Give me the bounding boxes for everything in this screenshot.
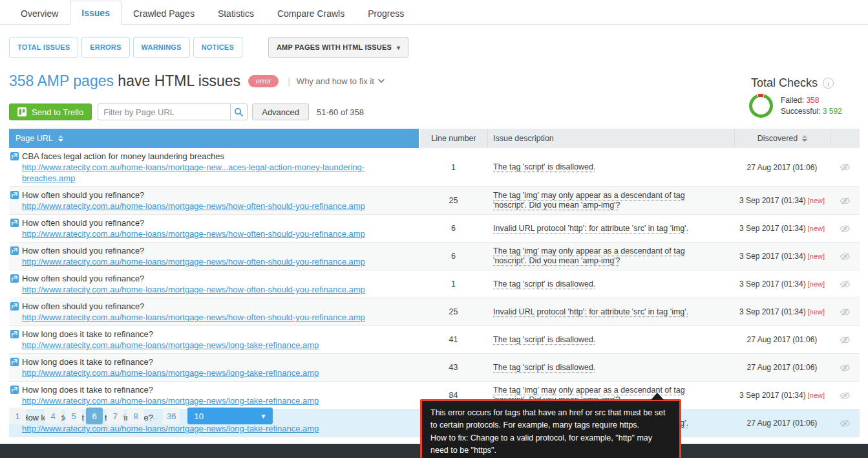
issue-description-cell: Invalid URL protocol 'http': for attribu… [488, 307, 734, 317]
issue-description-link[interactable]: The tag 'img' may only appear as a desce… [493, 191, 685, 210]
page-title-text: How long does it take to refinance? [22, 384, 153, 395]
total-checks-label: Total Checks [751, 76, 818, 90]
eye-off-icon [840, 307, 851, 317]
hide-issue-button[interactable] [840, 391, 851, 400]
page-url-link[interactable]: http://www.ratecity.com.au/home-loans/mo… [22, 256, 365, 267]
page-button-4[interactable]: 4 [45, 408, 61, 424]
hide-issue-button[interactable] [840, 162, 851, 172]
discovered-cell: 27 Aug 2017 (01:06) [734, 363, 830, 372]
discovered-cell: 27 Aug 2017 (01:06) [734, 163, 830, 172]
issue-type-dropdown[interactable]: AMP PAGES WITH HTML ISSUES ▾ [268, 37, 408, 58]
page-button-1[interactable]: 1 [9, 408, 26, 424]
page-size-dropdown[interactable]: 10 ▼ [187, 408, 273, 424]
tab-overview[interactable]: Overview [9, 1, 70, 25]
info-icon[interactable]: i [823, 78, 834, 89]
external-link-icon[interactable] [10, 219, 19, 227]
hide-issue-button[interactable] [840, 335, 851, 345]
hide-issue-button[interactable] [840, 196, 851, 206]
column-header-discovered[interactable]: Discovered [734, 129, 830, 148]
page-title-text: How long does it take to refinance? [22, 329, 153, 340]
title-area: 358 AMP pages have HTML issues error | W… [9, 72, 859, 90]
external-link-icon[interactable] [10, 358, 19, 366]
line-number-cell: 41 [419, 335, 488, 344]
issue-description-cell: The tag 'script' is disallowed. [488, 279, 734, 289]
page-button-7[interactable]: 7 [107, 408, 123, 424]
page-url-link[interactable]: http://www.ratecity.com.au/home-loans/mo… [22, 395, 319, 406]
hide-issue-button[interactable] [840, 252, 851, 261]
table-row[interactable]: CBA faces legal action for money launder… [9, 148, 860, 187]
table-body: CBA faces legal action for money launder… [9, 148, 860, 437]
search-button[interactable] [230, 104, 248, 120]
page-url-link[interactable]: http://www.ratecity.com.au/home-loans/mo… [22, 162, 412, 184]
issue-description-link[interactable]: The tag 'img' may only appear as a desce… [493, 246, 685, 265]
issue-description-link[interactable]: The tag 'script' is disallowed. [493, 279, 595, 289]
tab-issues[interactable]: Issues [70, 1, 122, 25]
filter-button-notices[interactable]: NOTICES [193, 37, 242, 58]
eye-off-icon [840, 252, 851, 261]
why-how-to-fix-link[interactable]: Why and how to fix it [297, 76, 385, 86]
filter-button-errors[interactable]: ERRORS [81, 37, 129, 58]
hide-issue-button[interactable] [840, 419, 851, 428]
page-url-link[interactable]: http://www.ratecity.com.au/home-loans/mo… [22, 423, 319, 434]
line-number-cell: 1 [419, 279, 488, 289]
issue-description-link[interactable]: The tag 'script' is disallowed. [493, 335, 595, 344]
table-row[interactable]: How long does it take to refinance? http… [9, 326, 860, 354]
page-url-link[interactable]: http://www.ratecity.com.au/home-loans/mo… [22, 284, 365, 295]
page-title-text: How long does it take to refinance? [22, 356, 153, 367]
page-button-8[interactable]: 8 [127, 408, 144, 424]
column-header-page-url[interactable]: Page URL [9, 129, 419, 148]
external-link-icon[interactable] [10, 386, 19, 394]
hide-issue-button[interactable] [840, 279, 851, 289]
send-to-trello-button[interactable]: Send to Trello [9, 104, 92, 120]
hide-issue-button[interactable] [840, 363, 851, 373]
page-url-cell: How often should you refinance? http://w… [9, 215, 419, 242]
page-button-5[interactable]: 5 [65, 408, 82, 424]
issue-description-link[interactable]: Invalid URL protocol 'http': for attribu… [493, 224, 688, 233]
table-row[interactable]: How often should you refinance? http://w… [9, 298, 860, 326]
issue-description-link[interactable]: Invalid URL protocol 'http': for attribu… [493, 307, 688, 316]
external-link-icon[interactable] [10, 191, 19, 199]
page-url-link[interactable]: http://www.ratecity.com.au/home-loans/mo… [22, 201, 365, 212]
filter-button-warnings[interactable]: WARNINGS [133, 37, 190, 58]
hide-issue-button[interactable] [840, 307, 851, 317]
column-header-line-number: Line number [419, 129, 488, 148]
external-link-icon[interactable] [10, 330, 19, 338]
sort-icon [802, 135, 807, 142]
external-link-icon[interactable] [10, 246, 19, 255]
external-link-icon[interactable] [10, 274, 19, 283]
table-row[interactable]: How often should you refinance? http://w… [9, 243, 860, 270]
page-url-link[interactable]: http://www.ratecity.com.au/home-loans/mo… [22, 367, 319, 378]
page-url-link[interactable]: http://www.ratecity.com.au/home-loans/mo… [22, 340, 319, 351]
trello-icon [17, 107, 26, 116]
total-checks-stats: Failed: 358 Successful: 3 592 [781, 95, 842, 117]
page-button-6[interactable]: 6 [86, 408, 103, 424]
page-url-cell: How often should you refinance? http://w… [9, 298, 419, 325]
table-row[interactable]: How often should you refinance? http://w… [9, 270, 860, 298]
external-link-icon[interactable] [10, 302, 19, 311]
issue-title-rest: have HTML issues [114, 72, 240, 89]
issue-description-link[interactable]: The tag 'script' is disallowed. [493, 162, 595, 171]
table-row[interactable]: How long does it take to refinance? http… [9, 354, 860, 382]
filter-page-url-input[interactable] [98, 104, 230, 120]
page-url-link[interactable]: http://www.ratecity.com.au/home-loans/mo… [22, 312, 365, 323]
tab-statistics[interactable]: Statistics [206, 1, 266, 25]
page-button-36[interactable]: 36 [163, 408, 180, 424]
issue-count-link[interactable]: 358 AMP pages [9, 72, 114, 89]
hide-issue-button[interactable] [840, 224, 851, 234]
new-tag: [new] [808, 224, 825, 232]
issue-description-link[interactable]: The tag 'script' is disallowed. [493, 363, 595, 372]
tab-progress[interactable]: Progress [356, 1, 416, 25]
table-row[interactable]: How often should you refinance? http://w… [9, 215, 860, 243]
table-row[interactable]: How often should you refinance? http://w… [9, 187, 860, 215]
tab-compare-crawls[interactable]: Compare Crawls [266, 1, 356, 25]
chevron-down-icon [378, 79, 385, 83]
external-link-icon[interactable] [10, 152, 19, 160]
filter-button-total-issues[interactable]: TOTAL ISSUES [9, 37, 78, 58]
site-audit-issues-page: OverviewIssuesCrawled PagesStatisticsCom… [0, 0, 868, 458]
advanced-button[interactable]: Advanced [252, 104, 309, 120]
issue-description-cell: The tag 'img' may only appear as a desce… [488, 246, 734, 266]
tab-crawled-pages[interactable]: Crawled Pages [122, 1, 206, 25]
page-url-link[interactable]: http://www.ratecity.com.au/home-loans/mo… [22, 228, 365, 239]
failed-label: Failed: [781, 96, 804, 105]
new-tag: [new] [808, 308, 825, 316]
